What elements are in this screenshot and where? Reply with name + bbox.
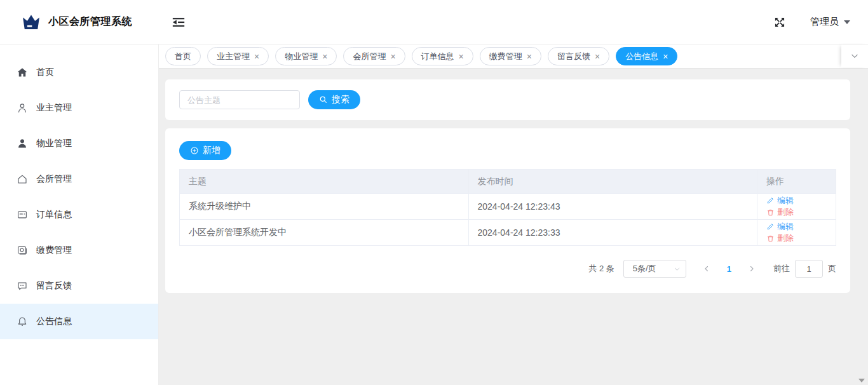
page-size-value: 5条/页 <box>633 263 656 274</box>
edit-pencil-icon <box>766 222 775 231</box>
page-size-select[interactable]: 5条/页 <box>623 260 686 278</box>
search-button-label: 搜索 <box>332 94 349 105</box>
delete-label: 删除 <box>777 206 794 218</box>
tab-feedback[interactable]: 留言反馈× <box>548 47 609 65</box>
sidebar-item-label: 物业管理 <box>36 138 72 149</box>
tab-label: 公告信息 <box>625 51 658 62</box>
search-input[interactable] <box>179 90 300 109</box>
next-page-button[interactable] <box>745 265 758 273</box>
tab-label: 业主管理 <box>217 51 250 62</box>
goto-page-input[interactable] <box>795 260 823 278</box>
tab-payments[interactable]: 缴费管理× <box>480 47 541 65</box>
tab-notices[interactable]: 公告信息× <box>616 47 677 65</box>
cell-subject: 系统升级维护中 <box>180 194 469 220</box>
prev-page-button[interactable] <box>700 265 713 273</box>
goto-label: 前往 <box>773 263 790 274</box>
tab-label: 留言反馈 <box>557 51 590 62</box>
tab-label: 会所管理 <box>353 51 386 62</box>
cell-operations: 编辑 删除 <box>757 194 836 220</box>
sidebar-item-clubhouse[interactable]: 会所管理 <box>0 161 158 197</box>
notice-table: 主题 发布时间 操作 系统升级维护中 2024-04-24 12:23:43 编… <box>179 169 836 246</box>
tab-close-icon[interactable]: × <box>254 52 259 61</box>
sidebar-item-label: 公告信息 <box>36 316 72 327</box>
pagination-total: 共 2 条 <box>588 263 614 274</box>
delete-button[interactable]: 删除 <box>766 233 794 244</box>
delete-trash-icon <box>766 208 775 217</box>
delete-trash-icon <box>766 234 775 243</box>
tab-home[interactable]: 首页 <box>165 47 201 65</box>
sidebar-item-payments[interactable]: 缴费管理 <box>0 233 158 268</box>
plus-circle-icon <box>190 146 199 155</box>
property-user-icon <box>17 138 28 149</box>
cell-operations: 编辑 删除 <box>757 220 836 246</box>
add-button[interactable]: 新增 <box>179 141 231 160</box>
sidebar-item-property[interactable]: 物业管理 <box>0 126 158 161</box>
cell-time: 2024-04-24 12:23:33 <box>468 220 757 246</box>
tab-close-icon[interactable]: × <box>390 52 395 61</box>
notice-bell-icon <box>17 316 28 327</box>
fullscreen-icon[interactable] <box>773 16 786 29</box>
current-page[interactable]: 1 <box>722 264 736 274</box>
user-dropdown[interactable]: 管理员 <box>810 16 850 28</box>
tab-close-icon[interactable]: × <box>459 52 464 61</box>
sidebar-item-label: 会所管理 <box>36 173 72 185</box>
sidebar-item-label: 缴费管理 <box>36 245 72 256</box>
tab-label: 缴费管理 <box>489 51 522 62</box>
sidebar-item-label: 留言反馈 <box>36 280 72 292</box>
user-name: 管理员 <box>810 16 839 28</box>
scrollbar-down-arrow[interactable] <box>858 379 865 382</box>
tab-owners[interactable]: 业主管理× <box>207 47 269 65</box>
table-row: 小区会所管理系统开发中 2024-04-24 12:23:33 编辑 删除 <box>180 220 836 246</box>
tab-property[interactable]: 物业管理× <box>275 47 337 65</box>
search-button[interactable]: 搜索 <box>308 90 360 109</box>
tab-label: 订单信息 <box>421 51 454 62</box>
tab-close-icon[interactable]: × <box>322 52 327 61</box>
sidebar-item-orders[interactable]: 订单信息 <box>0 197 158 233</box>
goto-page-group: 前往 页 <box>773 260 836 278</box>
sidebar-item-notices[interactable]: 公告信息 <box>0 304 158 339</box>
sidebar-item-label: 首页 <box>36 67 54 78</box>
order-icon <box>17 209 28 220</box>
pagination: 共 2 条 5条/页 1 前往 页 <box>179 260 836 278</box>
delete-button[interactable]: 删除 <box>766 206 794 218</box>
chevron-left-icon <box>703 265 710 273</box>
add-button-label: 新增 <box>203 145 220 156</box>
tab-bar: 首页 业主管理× 物业管理× 会所管理× 订单信息× 缴费管理× 留言反馈× 公… <box>159 44 868 69</box>
goto-unit: 页 <box>828 263 836 274</box>
sidebar-item-label: 订单信息 <box>36 209 72 220</box>
caret-down-icon <box>844 20 850 24</box>
chevron-down-icon <box>850 51 859 60</box>
edit-label: 编辑 <box>777 195 794 206</box>
sidebar: 首页 业主管理 物业管理 会所管理 订单信息 缴费管理 留言反馈 <box>0 44 159 385</box>
app-logo-area: 小区会所管理系统 <box>0 0 159 44</box>
tab-close-icon[interactable]: × <box>663 52 668 61</box>
notice-table-panel: 新增 主题 发布时间 操作 系统升级维护中 2024-04-24 12:23:4… <box>165 128 850 293</box>
edit-pencil-icon <box>766 196 775 205</box>
tab-label: 首页 <box>175 51 191 62</box>
sidebar-item-label: 业主管理 <box>36 102 72 114</box>
feedback-icon <box>17 280 28 292</box>
cell-subject: 小区会所管理系统开发中 <box>180 220 469 246</box>
sidebar-fold-icon[interactable] <box>172 15 186 29</box>
edit-label: 编辑 <box>777 221 794 233</box>
payment-icon <box>17 245 28 256</box>
sidebar-item-home[interactable]: 首页 <box>0 55 158 90</box>
delete-label: 删除 <box>777 233 794 244</box>
header-operations: 操作 <box>757 170 836 194</box>
chevron-down-icon <box>674 266 681 273</box>
sidebar-item-feedback[interactable]: 留言反馈 <box>0 268 158 304</box>
sidebar-item-owners[interactable]: 业主管理 <box>0 90 158 126</box>
search-icon <box>319 95 328 104</box>
table-row: 系统升级维护中 2024-04-24 12:23:43 编辑 删除 <box>180 194 836 220</box>
chevron-right-icon <box>748 265 756 273</box>
app-title: 小区会所管理系统 <box>48 15 132 29</box>
clubhouse-icon <box>17 173 28 185</box>
tab-orders[interactable]: 订单信息× <box>412 47 473 65</box>
tab-clubhouse[interactable]: 会所管理× <box>343 47 405 65</box>
edit-button[interactable]: 编辑 <box>766 221 794 233</box>
edit-button[interactable]: 编辑 <box>766 195 794 206</box>
tab-overflow-button[interactable] <box>841 44 868 67</box>
tab-close-icon[interactable]: × <box>595 52 600 61</box>
tab-close-icon[interactable]: × <box>527 52 532 61</box>
cell-time: 2024-04-24 12:23:43 <box>468 194 757 220</box>
